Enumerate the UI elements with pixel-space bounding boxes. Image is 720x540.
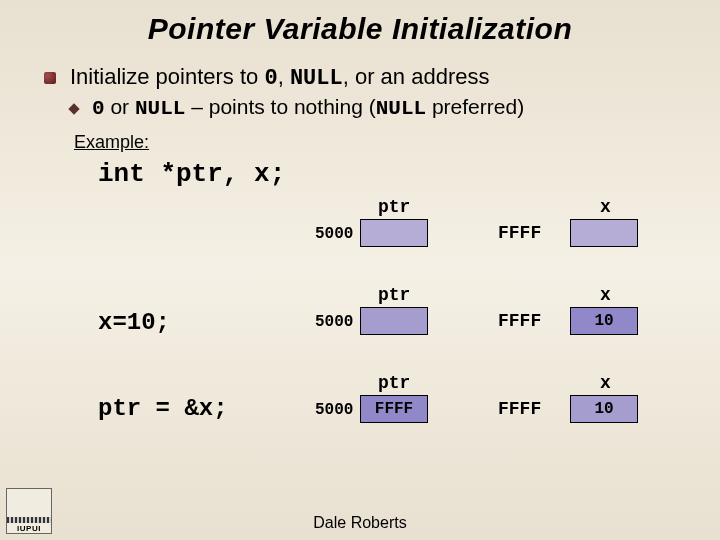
x-box-1: 10 xyxy=(570,307,638,335)
example-label: Example: xyxy=(74,132,696,153)
slide-title: Pointer Variable Initialization xyxy=(0,0,720,64)
sub-code-0: 0 xyxy=(92,97,105,120)
diagram-area: ptr 5000 FFFF x x=10; ptr 5000 FFFF x 10… xyxy=(70,189,696,469)
footer-author: Dale Roberts xyxy=(0,514,720,532)
sub-code-null: NULL xyxy=(135,97,185,120)
sub-code-null2: NULL xyxy=(376,97,426,120)
ptr-box-1 xyxy=(360,307,428,335)
bullet-1-code-null: NULL xyxy=(290,66,343,91)
bullet-1-code-0: 0 xyxy=(264,66,277,91)
bullet-1-text-b: , xyxy=(278,64,290,89)
ptr-label-2: ptr xyxy=(378,373,410,393)
bullet-1: Initialize pointers to 0, NULL, or an ad… xyxy=(70,64,696,91)
x-label-2: x xyxy=(600,373,611,393)
sub-text-a: or xyxy=(105,95,135,118)
gap-addr-0: FFFF xyxy=(498,223,541,243)
x-label-0: x xyxy=(600,197,611,217)
stmt-1: x=10; xyxy=(98,309,170,336)
bullet-icon xyxy=(44,72,56,84)
ptr-box-2: FFFF xyxy=(360,395,428,423)
diagram-row-2: ptr = &x; ptr 5000 FFFF FFFF x 10 xyxy=(70,367,696,453)
ptr-label-0: ptr xyxy=(378,197,410,217)
sub-text-c: preferred) xyxy=(426,95,524,118)
stmt-2: ptr = &x; xyxy=(98,395,228,422)
ptr-addr-0: 5000 xyxy=(315,225,353,243)
sub-bullet-icon xyxy=(68,103,79,114)
x-label-1: x xyxy=(600,285,611,305)
ptr-label-1: ptr xyxy=(378,285,410,305)
gap-addr-2: FFFF xyxy=(498,399,541,419)
diagram-row-1: x=10; ptr 5000 FFFF x 10 xyxy=(70,281,696,367)
gap-addr-1: FFFF xyxy=(498,311,541,331)
bullet-1-text-a: Initialize pointers to xyxy=(70,64,264,89)
ptr-addr-2: 5000 xyxy=(315,401,353,419)
ptr-addr-1: 5000 xyxy=(315,313,353,331)
x-box-2: 10 xyxy=(570,395,638,423)
bullet-1-sub: 0 or NULL – points to nothing (NULL pref… xyxy=(92,95,696,120)
sub-text-b: – points to nothing ( xyxy=(185,95,375,118)
ptr-box-0 xyxy=(360,219,428,247)
diagram-row-0: ptr 5000 FFFF x xyxy=(70,195,696,281)
code-declaration: int *ptr, x; xyxy=(98,159,696,189)
content-area: Initialize pointers to 0, NULL, or an ad… xyxy=(0,64,720,469)
bullet-1-text-c: , or an address xyxy=(343,64,490,89)
x-box-0 xyxy=(570,219,638,247)
